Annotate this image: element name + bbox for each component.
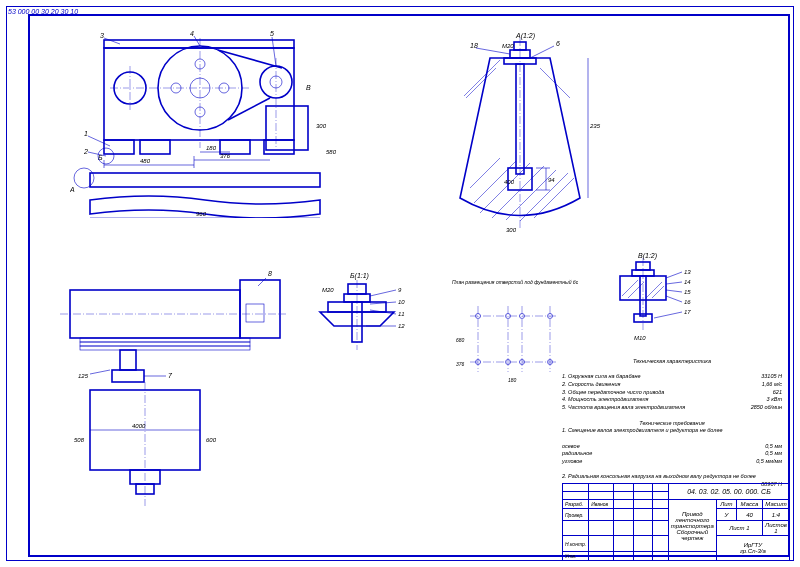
bdash-label: В(1:2) — [638, 252, 657, 260]
callout-4: 4 — [190, 30, 194, 37]
bolt-plan: План размещения отверстий под фундаментн… — [448, 276, 578, 386]
c9: 9 — [398, 287, 402, 293]
svg-line-73 — [654, 312, 682, 318]
dim-180p: 180 — [508, 377, 517, 383]
dim-508: 508 — [74, 437, 85, 443]
dim-4000: 4000 — [132, 423, 146, 429]
callout-1: 1 — [84, 130, 88, 137]
c17: 17 — [684, 309, 691, 315]
svg-line-63 — [628, 282, 644, 298]
callout-5: 5 — [270, 30, 274, 37]
svg-line-43 — [534, 178, 574, 218]
svg-rect-102 — [80, 342, 250, 346]
side-view: 125 4000 508 600 8 7 — [50, 270, 290, 520]
svg-line-70 — [666, 282, 682, 284]
drawing-sheet: 53 000 00 30 20 30 10 — [0, 0, 800, 567]
svg-rect-6 — [264, 140, 294, 154]
c10: 10 — [398, 299, 405, 305]
spec-block: Техническая характеристика 1. Окружная с… — [562, 358, 782, 489]
svg-rect-99 — [246, 304, 264, 322]
svg-line-22 — [218, 50, 282, 68]
svg-line-46 — [540, 68, 570, 98]
dim-300: 300 — [316, 123, 327, 129]
svg-point-36 — [74, 168, 94, 188]
callout-8: 8 — [268, 270, 272, 277]
dim-125: 125 — [78, 373, 89, 379]
svg-line-72 — [666, 296, 682, 302]
svg-line-33 — [88, 136, 110, 146]
detail-b: Б(1:1) M20 9 10 11 12 — [300, 268, 430, 368]
svg-rect-21 — [266, 106, 308, 150]
svg-line-71 — [666, 290, 682, 292]
dim-600: 600 — [206, 437, 217, 443]
section-a-label: А(1:2) — [515, 32, 535, 40]
dim-480: 480 — [140, 158, 151, 164]
b-label: Б(1:1) — [350, 272, 369, 280]
callout-7: 7 — [168, 372, 173, 379]
c14: 14 — [684, 279, 691, 285]
dim-376: 376 — [220, 153, 231, 159]
dim-960: 960 — [196, 211, 207, 217]
dim-m20b: M20 — [322, 287, 334, 293]
svg-rect-0 — [90, 173, 320, 187]
svg-line-106 — [90, 370, 110, 374]
callout-A: А — [70, 186, 75, 193]
section-a: А(1:2) M20 400 94 235 18 6 300 — [420, 28, 620, 238]
callout-3: 3 — [100, 32, 104, 39]
dim-400: 400 — [504, 179, 515, 185]
svg-rect-3 — [104, 140, 134, 154]
svg-line-37 — [470, 158, 500, 188]
c12: 12 — [398, 323, 405, 329]
svg-line-42 — [520, 173, 568, 221]
svg-rect-103 — [80, 346, 250, 350]
dim-580: 580 — [326, 149, 337, 155]
title-block: 04. 03. 02. 05. 00. 000. СБ Разраб.Ивано… — [562, 483, 790, 557]
c16: 16 — [684, 299, 691, 305]
dim-94: 94 — [548, 177, 555, 183]
dim-376p: 376 — [456, 361, 465, 367]
svg-line-23 — [228, 98, 270, 120]
svg-line-79 — [370, 290, 396, 296]
svg-line-44 — [466, 68, 496, 98]
req-title: Технические требования — [562, 420, 782, 428]
svg-line-58 — [530, 46, 554, 58]
svg-line-30 — [104, 38, 120, 44]
dim-m20a: M20 — [502, 43, 514, 49]
svg-line-65 — [652, 286, 664, 298]
c15: 15 — [684, 289, 691, 295]
main-view: 480 180 376 300 580 960 3 4 5 В 1 2 Б А — [70, 28, 340, 218]
dim-235: 235 — [589, 123, 601, 129]
svg-line-64 — [646, 282, 662, 298]
svg-line-31 — [194, 36, 200, 46]
svg-line-32 — [272, 37, 276, 66]
dim-180: 180 — [206, 145, 217, 151]
callout-6: 6 — [556, 40, 560, 47]
tb-number: 04. 03. 02. 05. 00. 000. СБ — [668, 484, 789, 500]
callout-2: 2 — [83, 148, 88, 155]
dim-m10: M10 — [634, 335, 646, 341]
plan-label: План размещения отверстий под фундаментн… — [452, 279, 578, 285]
svg-rect-104 — [120, 350, 136, 370]
svg-line-62 — [622, 280, 638, 296]
detail-bdash: В(1:2) M10 13 14 15 16 17 — [590, 248, 710, 348]
dim-300a: 300 — [506, 227, 517, 233]
svg-line-45 — [464, 60, 500, 96]
dim-680: 680 — [456, 337, 465, 343]
c11: 11 — [398, 311, 405, 317]
c13: 13 — [684, 269, 691, 275]
svg-line-69 — [666, 272, 682, 278]
svg-rect-4 — [140, 140, 170, 154]
spec-title: Техническая характеристика — [562, 358, 782, 366]
svg-rect-105 — [112, 370, 144, 382]
doc-code: 53 000 00 30 20 30 10 — [8, 8, 78, 15]
callout-V: В — [306, 84, 311, 91]
